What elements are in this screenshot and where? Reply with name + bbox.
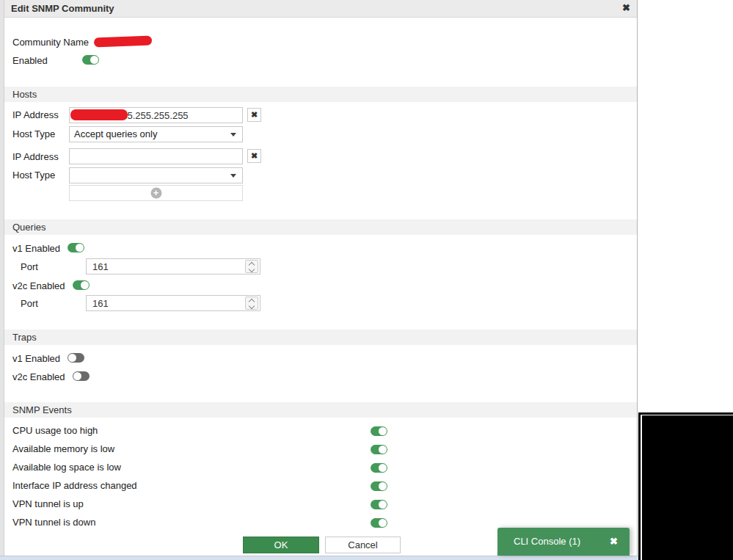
queries-v2c-port-field	[86, 295, 260, 311]
toggle-knob	[379, 519, 387, 527]
queries-section-header: Queries	[4, 219, 637, 235]
ip-address-label-1: IP Address	[12, 109, 59, 122]
event-label-memory: Available memory is low	[12, 443, 114, 456]
number-spinner[interactable]	[245, 297, 258, 310]
queries-v1-port-label: Port	[21, 261, 38, 274]
window-bottom-edge	[0, 556, 638, 560]
queries-v1-enabled-label: v1 Enabled	[12, 242, 60, 255]
traps-v1-enabled-label: v1 Enabled	[12, 352, 60, 366]
cancel-button[interactable]: Cancel	[325, 537, 401, 553]
ip-address-field-1-wrap	[69, 107, 243, 123]
spinner-down-icon[interactable]	[249, 266, 255, 272]
queries-v2c-port-input[interactable]	[86, 295, 260, 311]
community-name-label: Community Name	[12, 36, 89, 49]
toggle-knob	[379, 464, 387, 472]
event-label-vpn-down: VPN tunnel is down	[12, 516, 95, 529]
black-region-inner-line	[641, 415, 733, 560]
toggle-knob	[379, 427, 387, 435]
dialog-titlebar: Edit SNMP Community ✖	[4, 0, 637, 18]
redacted-black-region	[638, 412, 733, 560]
event-label-interface-ip: Interface IP address changed	[12, 479, 137, 492]
queries-v1-toggle[interactable]	[68, 243, 84, 252]
enabled-toggle[interactable]	[82, 55, 99, 65]
ip-address-redaction	[70, 109, 128, 120]
queries-v1-port-input[interactable]	[86, 258, 260, 274]
event-toggle-memory[interactable]	[371, 445, 387, 454]
toggle-knob	[90, 56, 98, 64]
ip-address-label-2: IP Address	[12, 150, 59, 164]
plus-icon: +	[150, 188, 161, 199]
host-type-select-2[interactable]	[69, 167, 243, 183]
host-type-select-1[interactable]: Accept queries only	[69, 126, 243, 142]
queries-v2c-toggle[interactable]	[73, 280, 90, 290]
edit-snmp-community-dialog: Edit SNMP Community ✖ Community Name Ena…	[4, 0, 638, 556]
toggle-knob	[76, 244, 84, 252]
event-toggle-logspace[interactable]	[371, 463, 387, 473]
dialog-title: Edit SNMP Community	[11, 3, 114, 14]
event-label-cpu: CPU usage too high	[12, 424, 98, 437]
remove-host-icon-2[interactable]: ✖	[247, 149, 261, 163]
traps-v1-toggle[interactable]	[68, 353, 84, 363]
traps-v2c-toggle[interactable]	[73, 371, 90, 381]
event-label-logspace: Available log space is low	[12, 461, 121, 474]
queries-v1-port-field	[86, 258, 260, 274]
host-type-label-2: Host Type	[12, 169, 55, 182]
chevron-down-icon	[230, 133, 236, 137]
add-host-button[interactable]: +	[69, 185, 243, 201]
toggle-knob	[379, 446, 387, 454]
toggle-knob	[81, 281, 89, 289]
traps-section-header: Traps	[4, 330, 637, 345]
event-toggle-vpn-down[interactable]	[371, 518, 387, 528]
close-icon[interactable]: ✖	[622, 2, 630, 13]
toggle-knob	[68, 354, 76, 362]
chevron-down-icon	[230, 174, 236, 178]
remove-host-icon-1[interactable]: ✖	[247, 108, 261, 122]
host-type-label-1: Host Type	[12, 128, 55, 141]
toggle-knob	[379, 482, 387, 490]
hosts-section-header: Hosts	[4, 87, 637, 102]
ok-button[interactable]: OK	[243, 537, 319, 553]
traps-v2c-enabled-label: v2c Enabled	[12, 371, 65, 384]
number-spinner[interactable]	[245, 260, 258, 273]
ip-address-input-2[interactable]	[69, 148, 243, 164]
snmp-events-section-header: SNMP Events	[4, 402, 637, 418]
cli-console-label: CLI Console (1)	[514, 528, 580, 556]
ip-address-field-2-wrap	[69, 148, 243, 164]
enabled-label: Enabled	[12, 54, 48, 68]
event-label-vpn-up: VPN tunnel is up	[12, 498, 84, 511]
event-toggle-vpn-up[interactable]	[371, 500, 387, 509]
toggle-knob	[73, 372, 81, 380]
toggle-knob	[379, 501, 387, 509]
queries-v2c-enabled-label: v2c Enabled	[12, 280, 65, 293]
event-toggle-cpu[interactable]	[371, 426, 387, 436]
community-name-redaction	[94, 36, 152, 48]
event-toggle-interface-ip[interactable]	[371, 481, 387, 491]
host-type-value-1: Accept queries only	[74, 128, 157, 139]
cli-console-close-icon[interactable]: ✖	[610, 528, 618, 556]
cli-console-bar[interactable]: CLI Console (1) ✖	[497, 528, 630, 556]
queries-v2c-port-label: Port	[21, 297, 38, 310]
spinner-down-icon[interactable]	[249, 303, 255, 309]
